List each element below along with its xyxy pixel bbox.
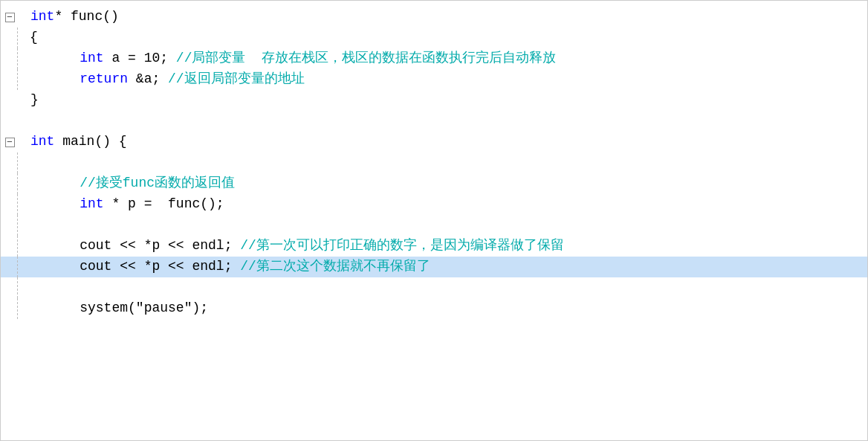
- fold-icon[interactable]: −: [4, 10, 16, 25]
- indent-bar: [17, 236, 18, 257]
- code-segment: cout << *p << endl;: [80, 236, 240, 257]
- code-line: −int* func(): [1, 7, 867, 28]
- code-segment: int: [30, 132, 54, 152]
- code-segment: [48, 236, 80, 257]
- indent-bar: [17, 152, 18, 173]
- code-segment: //第一次可以打印正确的数字，是因为编译器做了保留: [240, 236, 564, 257]
- code-segment: [48, 173, 80, 194]
- code-segment: a = 10;: [104, 48, 176, 69]
- code-segment: int: [80, 48, 103, 69]
- indent-bar: [17, 28, 18, 48]
- indent-bar: [17, 215, 18, 236]
- code-segment: [48, 257, 80, 277]
- code-segment: 这个数据就不再保留了: [297, 257, 430, 277]
- code-line: int a = 10; //局部变量 存放在栈区，栈区的数据在函数执行完后自动释…: [1, 48, 867, 69]
- code-segment: [48, 194, 80, 215]
- code-segment: &a;: [128, 69, 168, 90]
- code-segment: int: [80, 194, 103, 215]
- code-line: {: [1, 28, 867, 48]
- code-segment: [48, 69, 80, 90]
- indent-bar: [17, 194, 18, 215]
- code-line: [1, 111, 867, 132]
- code-line: [1, 152, 867, 173]
- indent-bar: [17, 277, 18, 298]
- code-segment: * p = func();: [104, 194, 224, 215]
- code-line: [1, 277, 867, 298]
- code-segment: //第二次: [240, 257, 297, 277]
- code-line: return &a; //返回局部变量的地址: [1, 69, 867, 90]
- code-segment: main() {: [54, 132, 126, 152]
- code-line: system("pause");: [1, 298, 867, 319]
- code-segment: system("pause");: [80, 298, 208, 319]
- indent-bar: [17, 298, 18, 319]
- code-line: }: [1, 90, 867, 111]
- code-line: cout << *p << endl; //第二次这个数据就不再保留了: [1, 257, 867, 277]
- code-line: cout << *p << endl; //第一次可以打印正确的数字，是因为编译…: [1, 236, 867, 257]
- indent-bar: [17, 257, 18, 277]
- fold-icon[interactable]: −: [4, 135, 16, 150]
- code-editor: −int* func(){ int a = 10; //局部变量 存放在栈区，栈…: [0, 0, 868, 441]
- code-line: −int main() {: [1, 132, 867, 152]
- code-segment: * func(): [54, 7, 118, 28]
- code-segment: {: [30, 28, 38, 48]
- indent-bar: [17, 173, 18, 194]
- code-line: //接受func函数的返回值: [1, 173, 867, 194]
- code-segment: //返回局部变量的地址: [168, 69, 305, 90]
- code-segment: }: [30, 90, 39, 111]
- code-line: int * p = func();: [1, 194, 867, 215]
- code-segment: //局部变量 存放在栈区，栈区的数据在函数执行完后自动释放: [176, 48, 556, 69]
- code-segment: return: [80, 69, 128, 90]
- code-segment: //接受func函数的返回值: [80, 173, 235, 194]
- code-segment: [48, 48, 80, 69]
- code-segment: cout << *p << endl;: [80, 257, 240, 277]
- code-line: [1, 215, 867, 236]
- code-segment: [48, 298, 80, 319]
- indent-bar: [17, 69, 18, 90]
- indent-bar: [17, 48, 18, 69]
- code-segment: int: [30, 7, 54, 28]
